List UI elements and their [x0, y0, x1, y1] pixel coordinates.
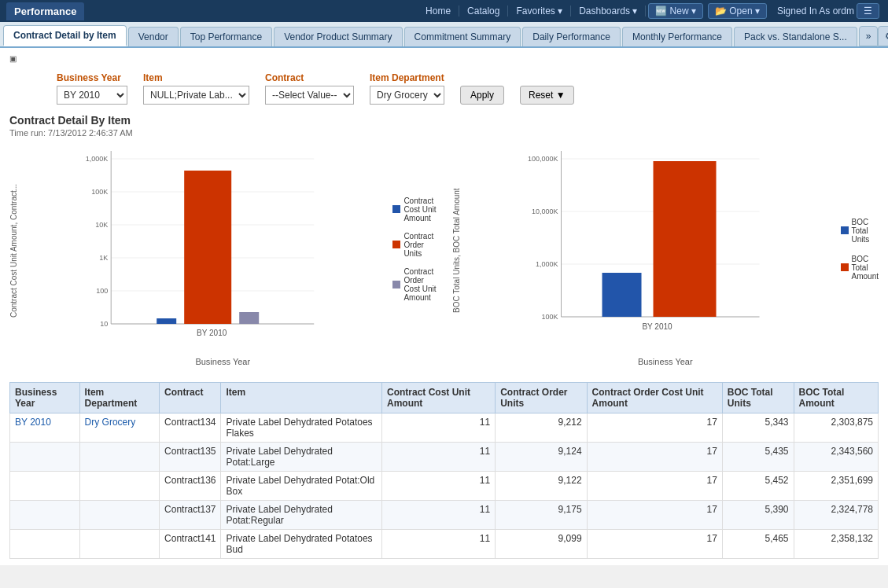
- apply-button[interactable]: Apply: [460, 86, 504, 105]
- legend2-color-2: [841, 263, 849, 271]
- filter-item-dept-label: Item Department: [370, 72, 444, 83]
- legend-item-2: ContractOrderUnits: [392, 232, 436, 258]
- tab-daily-performance[interactable]: Daily Performance: [522, 27, 621, 46]
- table-cell: 9,212: [496, 413, 587, 443]
- legend-item-3: ContractOrderCost UnitAmount: [392, 267, 436, 302]
- tab-options-btn[interactable]: ⚙: [878, 26, 888, 46]
- table-cell: [79, 472, 160, 501]
- tab-more-btn[interactable]: »: [859, 26, 879, 46]
- table-cell: 11: [382, 472, 496, 501]
- reset-button[interactable]: Reset ▼: [520, 86, 574, 105]
- chart2-y-label: BOC Total Units, BOC Total Amount: [452, 147, 461, 354]
- table-cell: 2,343,560: [794, 443, 878, 472]
- table-cell: Contract137: [160, 501, 221, 530]
- nav-favorites[interactable]: Favorites ▾: [508, 6, 571, 17]
- table-row: BY 2010Dry GroceryContract134Private Lab…: [10, 413, 879, 443]
- filter-item-dept-select[interactable]: Dry Grocery: [370, 86, 444, 105]
- tab-contract-detail[interactable]: Contract Detail by Item: [3, 25, 127, 46]
- legend-label-2: ContractOrderUnits: [403, 232, 433, 258]
- filter-contract: Contract --Select Value--: [265, 72, 354, 105]
- table-cell: Private Label Dehydrated Potatoes Flakes: [221, 413, 382, 443]
- th-contract-order-units: Contract Order Units: [496, 383, 587, 413]
- table-cell: 11: [382, 501, 496, 530]
- nav-home[interactable]: Home: [418, 6, 459, 17]
- nav-open-btn[interactable]: 📂 Open ▾: [708, 3, 767, 19]
- svg-rect-29: [653, 161, 716, 317]
- table-header-row: Business Year Item Department Contract I…: [10, 383, 879, 413]
- chart1-area: Contract Cost Unit Amount, Contract... 1…: [9, 147, 437, 354]
- chart2-inner: 100,000K 10,000K 1,000K 100K: [464, 147, 835, 354]
- table-cell: BY 2010: [10, 413, 80, 443]
- svg-text:BY 2010: BY 2010: [197, 329, 227, 337]
- tab-vendor-product-summary[interactable]: Vendor Product Summary: [274, 27, 402, 46]
- chart1-container: Contract Cost Unit Amount, Contract... 1…: [9, 147, 437, 366]
- table-cell: 17: [587, 472, 722, 501]
- th-contract-cost-unit-amount: Contract Cost Unit Amount: [382, 383, 496, 413]
- filter-row: Business Year BY 2010 Item NULL;Private …: [9, 66, 879, 114]
- nav-settings-btn[interactable]: ☰: [857, 3, 879, 19]
- table-cell: 11: [382, 530, 496, 559]
- table-cell: [10, 472, 80, 501]
- table-cell: 5,343: [722, 413, 794, 443]
- svg-text:10K: 10K: [95, 221, 108, 229]
- table-link[interactable]: BY 2010: [15, 417, 51, 428]
- svg-text:100,000K: 100,000K: [527, 155, 558, 163]
- report-title: Contract Detail By Item: [9, 114, 879, 127]
- tab-monthly-performance[interactable]: Monthly Performance: [622, 27, 732, 46]
- legend2-item-2: BOCTotalAmount: [841, 255, 879, 281]
- table-cell: 5,390: [722, 501, 794, 530]
- legend-color-2: [392, 241, 400, 248]
- collapse-btn[interactable]: ▣: [9, 54, 17, 63]
- filter-item-select[interactable]: NULL;Private Lab...: [143, 86, 249, 105]
- table-row: Contract135Private Label Dehydrated Pota…: [10, 443, 879, 472]
- table-cell: 17: [587, 530, 722, 559]
- table-cell: 5,452: [722, 472, 794, 501]
- table-cell: Private Label Dehydrated Potat:Large: [221, 443, 382, 472]
- svg-text:1,000K: 1,000K: [535, 260, 558, 268]
- signed-in-label: Signed In As ordm: [777, 6, 854, 17]
- table-cell: 17: [587, 443, 722, 472]
- chart2-legend: BOCTotalUnits BOCTotalAmount: [841, 147, 879, 354]
- svg-text:1,000K: 1,000K: [86, 155, 109, 163]
- th-contract-order-cost-unit-amount: Contract Order Cost Unit Amount: [587, 383, 722, 413]
- main-content: ▣ Business Year BY 2010 Item NULL;Privat…: [0, 48, 888, 565]
- chart1-legend: ContractCost UnitAmount ContractOrderUni…: [392, 147, 436, 354]
- chart2-area: BOC Total Units, BOC Total Amount 100,00…: [452, 147, 879, 354]
- filter-business-year-select[interactable]: BY 2010: [57, 86, 127, 105]
- tab-commitment-summary[interactable]: Commitment Summary: [404, 27, 521, 46]
- chart2-svg: 100,000K 10,000K 1,000K 100K: [464, 147, 835, 351]
- table-cell: 2,324,778: [794, 501, 878, 530]
- table-cell: 5,435: [722, 443, 794, 472]
- filter-contract-select[interactable]: --Select Value--: [265, 86, 354, 105]
- legend2-item-1: BOCTotalUnits: [841, 218, 879, 244]
- legend2-label-2: BOCTotalAmount: [852, 255, 879, 281]
- table-cell: Private Label Dehydrated Potat:Regular: [221, 501, 382, 530]
- nav-dashboards[interactable]: Dashboards ▾: [571, 6, 646, 17]
- nav-new-btn[interactable]: 🆕 New ▾: [648, 3, 703, 19]
- app-title: Performance: [6, 2, 84, 20]
- tab-top-performance[interactable]: Top Performance: [180, 27, 272, 46]
- svg-text:100: 100: [96, 287, 108, 295]
- table-cell: 11: [382, 443, 496, 472]
- filter-item-label: Item: [143, 72, 249, 83]
- table-cell: 17: [587, 413, 722, 443]
- data-table: Business Year Item Department Contract I…: [9, 382, 879, 559]
- svg-rect-28: [602, 273, 641, 317]
- table-cell: 5,465: [722, 530, 794, 559]
- svg-text:BY 2010: BY 2010: [642, 322, 672, 331]
- legend-color-3: [392, 281, 400, 288]
- nav-catalog[interactable]: Catalog: [459, 6, 508, 17]
- th-business-year: Business Year: [10, 383, 80, 413]
- table-row: Contract136Private Label Dehydrated Pota…: [10, 472, 879, 501]
- filter-item-department: Item Department Dry Grocery: [370, 72, 444, 105]
- table-cell: [79, 530, 160, 559]
- tab-pack-vs-standalone[interactable]: Pack vs. Standalone S...: [734, 27, 857, 46]
- chart1-svg: 1,000K 100K 10K 1K 100 10: [21, 147, 386, 351]
- tab-vendor[interactable]: Vendor: [128, 27, 179, 46]
- table-cell: 2,303,875: [794, 413, 878, 443]
- tab-bar: Contract Detail by Item Vendor Top Perfo…: [0, 22, 888, 48]
- table-cell: 9,122: [496, 472, 587, 501]
- table-cell: [10, 443, 80, 472]
- table-link[interactable]: Dry Grocery: [85, 417, 136, 428]
- table-body: BY 2010Dry GroceryContract134Private Lab…: [10, 413, 879, 559]
